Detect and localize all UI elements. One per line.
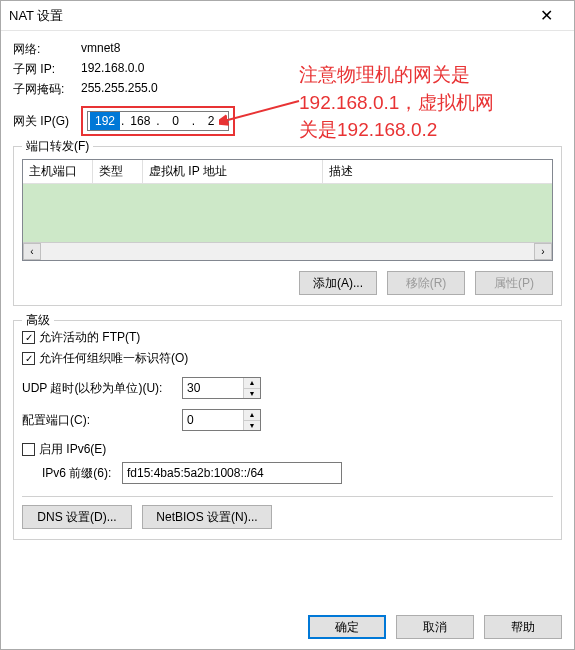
add-button[interactable]: 添加(A)...	[299, 271, 377, 295]
cancel-button[interactable]: 取消	[396, 615, 474, 639]
network-value: vmnet8	[81, 41, 120, 58]
chevron-up-icon: ▲	[249, 411, 256, 418]
properties-button: 属性(P)	[475, 271, 553, 295]
port-forward-title: 端口转发(F)	[22, 138, 93, 155]
ipv6-prefix-row: IPv6 前缀(6):	[42, 462, 553, 484]
gateway-ip-highlight: . . .	[81, 106, 235, 136]
gateway-octet-1[interactable]	[90, 112, 120, 130]
port-forward-table[interactable]: 主机端口 类型 虚拟机 IP 地址 描述 ‹ ›	[22, 159, 553, 261]
col-type[interactable]: 类型	[93, 160, 143, 183]
port-forward-buttons: 添加(A)... 移除(R) 属性(P)	[22, 271, 553, 295]
remove-button: 移除(R)	[387, 271, 465, 295]
annotation-line3: 关是192.168.0.2	[299, 116, 569, 144]
ipv6-prefix-label: IPv6 前缀(6):	[42, 465, 122, 482]
config-port-spinner[interactable]: ▲ ▼	[182, 409, 261, 431]
close-icon: ✕	[540, 6, 553, 25]
ok-button[interactable]: 确定	[308, 615, 386, 639]
chevron-down-icon: ▼	[249, 390, 256, 397]
advanced-buttons: DNS 设置(D)... NetBIOS 设置(N)...	[22, 505, 553, 529]
col-vm-ip[interactable]: 虚拟机 IP 地址	[143, 160, 323, 183]
chevron-up-icon: ▲	[249, 379, 256, 386]
udp-timeout-row: UDP 超时(以秒为单位)(U): ▲ ▼	[22, 377, 553, 399]
advanced-title: 高级	[22, 312, 54, 329]
enable-ipv6-label: 启用 IPv6(E)	[39, 441, 106, 458]
divider	[22, 496, 553, 497]
allow-oui-checkbox[interactable]	[22, 352, 35, 365]
chevron-right-icon: ›	[541, 246, 544, 257]
allow-oui-label: 允许任何组织唯一标识符(O)	[39, 350, 188, 367]
enable-ipv6-row[interactable]: 启用 IPv6(E)	[22, 441, 553, 458]
subnet-ip-value: 192.168.0.0	[81, 61, 144, 78]
annotation-line2: 192.168.0.1，虚拟机网	[299, 89, 569, 117]
window-title: NAT 设置	[9, 7, 63, 25]
config-port-input[interactable]	[183, 410, 243, 430]
spin-down-button[interactable]: ▼	[244, 389, 260, 399]
allow-ftp-row[interactable]: 允许活动的 FTP(T)	[22, 329, 553, 346]
allow-ftp-label: 允许活动的 FTP(T)	[39, 329, 140, 346]
allow-ftp-checkbox[interactable]	[22, 331, 35, 344]
gateway-ip-input[interactable]: . . .	[87, 111, 229, 131]
enable-ipv6-checkbox[interactable]	[22, 443, 35, 456]
dialog-buttons: 确定 取消 帮助	[308, 615, 562, 639]
table-body[interactable]	[23, 184, 552, 242]
ipv6-prefix-input[interactable]	[122, 462, 342, 484]
scroll-left-button[interactable]: ‹	[23, 243, 41, 260]
subnet-mask-value: 255.255.255.0	[81, 81, 158, 98]
config-port-label: 配置端口(C):	[22, 412, 182, 429]
allow-oui-row[interactable]: 允许任何组织唯一标识符(O)	[22, 350, 553, 367]
titlebar: NAT 设置 ✕	[1, 1, 574, 31]
col-host-port[interactable]: 主机端口	[23, 160, 93, 183]
spin-buttons: ▲ ▼	[243, 378, 260, 398]
close-button[interactable]: ✕	[526, 1, 566, 31]
spin-up-button[interactable]: ▲	[244, 410, 260, 421]
gateway-octet-3[interactable]	[161, 112, 191, 130]
udp-timeout-label: UDP 超时(以秒为单位)(U):	[22, 380, 182, 397]
help-button[interactable]: 帮助	[484, 615, 562, 639]
network-row: 网络: vmnet8	[13, 41, 562, 58]
dns-settings-button[interactable]: DNS 设置(D)...	[22, 505, 132, 529]
annotation-text: 注意物理机的网关是 192.168.0.1，虚拟机网 关是192.168.0.2	[299, 61, 569, 144]
spin-buttons: ▲ ▼	[243, 410, 260, 430]
table-scrollbar[interactable]: ‹ ›	[23, 242, 552, 260]
udp-timeout-input[interactable]	[183, 378, 243, 398]
subnet-mask-label: 子网掩码:	[13, 81, 81, 98]
annotation-line1: 注意物理机的网关是	[299, 61, 569, 89]
nat-settings-dialog: NAT 设置 ✕ 网络: vmnet8 子网 IP: 192.168.0.0 子…	[0, 0, 575, 650]
spin-down-button[interactable]: ▼	[244, 421, 260, 431]
table-header: 主机端口 类型 虚拟机 IP 地址 描述	[23, 160, 552, 184]
gateway-label: 网关 IP(G)	[13, 113, 81, 130]
network-label: 网络:	[13, 41, 81, 58]
port-forward-group: 端口转发(F) 主机端口 类型 虚拟机 IP 地址 描述 ‹ › 添加(A)..…	[13, 146, 562, 306]
col-desc[interactable]: 描述	[323, 160, 552, 183]
scroll-right-button[interactable]: ›	[534, 243, 552, 260]
netbios-settings-button[interactable]: NetBIOS 设置(N)...	[142, 505, 272, 529]
gateway-octet-2[interactable]	[125, 112, 155, 130]
spin-up-button[interactable]: ▲	[244, 378, 260, 389]
udp-timeout-spinner[interactable]: ▲ ▼	[182, 377, 261, 399]
subnet-ip-label: 子网 IP:	[13, 61, 81, 78]
chevron-left-icon: ‹	[30, 246, 33, 257]
advanced-group: 高级 允许活动的 FTP(T) 允许任何组织唯一标识符(O) UDP 超时(以秒…	[13, 320, 562, 540]
gateway-octet-4[interactable]	[196, 112, 226, 130]
chevron-down-icon: ▼	[249, 422, 256, 429]
config-port-row: 配置端口(C): ▲ ▼	[22, 409, 553, 431]
